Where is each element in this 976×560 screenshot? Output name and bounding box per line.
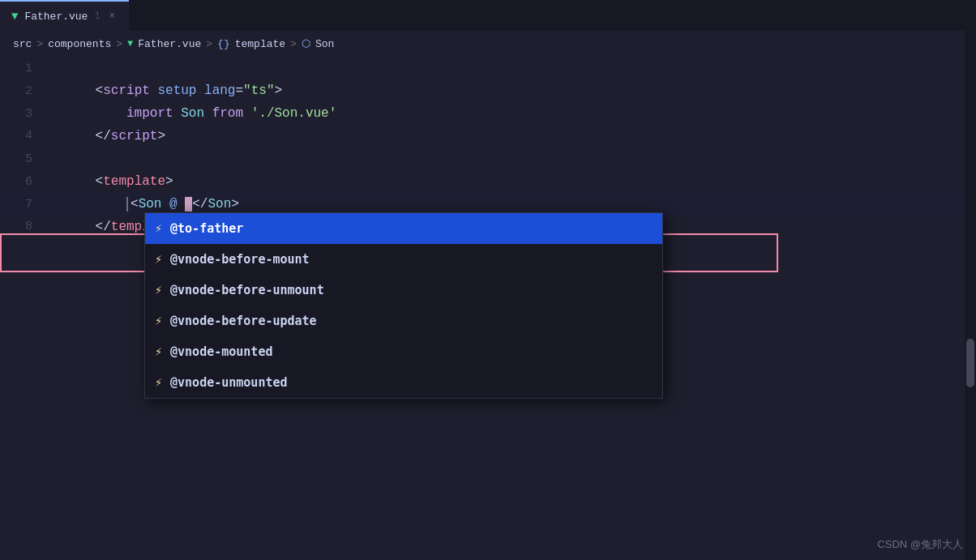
autocomplete-item-3[interactable]: ⚡ @vnode-before-update (145, 306, 662, 336)
breadcrumb-components: components (48, 38, 111, 50)
ac-label-4: @vnode-mounted (170, 344, 272, 359)
code-line-1: 1 <script setup lang="ts"> (0, 57, 976, 79)
line-num-2: 2 (0, 80, 49, 103)
ac-label-3: @vnode-before-update (170, 314, 317, 328)
breadcrumb-curly: {} (217, 38, 230, 50)
ac-icon-3: ⚡ (155, 314, 162, 329)
breadcrumb-sep2: > (116, 38, 122, 50)
editor: 1 <script setup lang="ts"> 2 import Son … (0, 57, 976, 238)
line-num-5: 5 (0, 148, 49, 171)
tab-number: 1 (94, 11, 100, 22)
autocomplete-item-0[interactable]: ⚡ @to-father (145, 213, 662, 244)
breadcrumb-template: template (235, 38, 285, 50)
tab-filename: Father.vue (24, 11, 88, 23)
breadcrumb-sep3: > (206, 38, 212, 50)
code-line-3: 3 </script> (0, 102, 976, 125)
breadcrumb-sep4: > (290, 38, 297, 50)
ac-icon-0: ⚡ (155, 221, 162, 237)
watermark-text: CSDN @兔邦大人 (877, 538, 963, 550)
autocomplete-item-4[interactable]: ⚡ @vnode-mounted (145, 336, 662, 367)
breadcrumb: src > components > ▼ Father.vue > {} tem… (0, 31, 976, 57)
line-num-4: 4 (0, 125, 49, 147)
breadcrumb-sep1: > (36, 38, 43, 50)
breadcrumb-file: Father.vue (138, 38, 201, 50)
vue-icon: ▼ (11, 10, 18, 23)
tab-close-button[interactable]: × (107, 9, 118, 24)
tab-bar: ▼ Father.vue 1 × (0, 0, 976, 31)
autocomplete-item-2[interactable]: ⚡ @vnode-before-unmount (145, 275, 662, 306)
line-num-6: 6 (0, 171, 49, 194)
breadcrumb-vue-icon: ▼ (127, 38, 133, 49)
line-num-8: 8 (0, 216, 49, 238)
watermark: CSDN @兔邦大人 (877, 537, 963, 552)
ac-label-0: @to-father (170, 221, 243, 236)
ac-label-5: @vnode-unmounted (170, 375, 288, 390)
line-num-1: 1 (0, 58, 49, 80)
ac-icon-2: ⚡ (155, 283, 162, 298)
code-line-6: 6 <Son @ </Son> (0, 170, 976, 193)
text-cursor (185, 197, 192, 212)
ac-icon-5: ⚡ (155, 375, 162, 391)
scrollbar-thumb[interactable] (966, 339, 974, 387)
ac-icon-1: ⚡ (155, 252, 162, 267)
scrollbar[interactable] (965, 31, 976, 560)
autocomplete-item-1[interactable]: ⚡ @vnode-before-mount (145, 244, 662, 275)
line-num-3: 3 (0, 103, 49, 126)
code-line-5: 5 <template> (0, 147, 976, 170)
breadcrumb-src: src (13, 38, 32, 50)
ac-icon-4: ⚡ (155, 344, 162, 360)
autocomplete-dropdown[interactable]: ⚡ @to-father ⚡ @vnode-before-mount ⚡ @vn… (144, 212, 663, 399)
active-tab[interactable]: ▼ Father.vue 1 × (0, 0, 129, 31)
breadcrumb-component-icon: ⬡ (302, 37, 310, 50)
breadcrumb-component-name: Son (315, 38, 334, 50)
code-line-2: 2 import Son from './Son.vue' (0, 79, 976, 102)
ac-label-2: @vnode-before-unmount (170, 283, 324, 297)
ac-label-1: @vnode-before-mount (170, 252, 310, 267)
autocomplete-item-5[interactable]: ⚡ @vnode-unmounted (145, 367, 662, 398)
line-num-7: 7 (0, 194, 49, 216)
